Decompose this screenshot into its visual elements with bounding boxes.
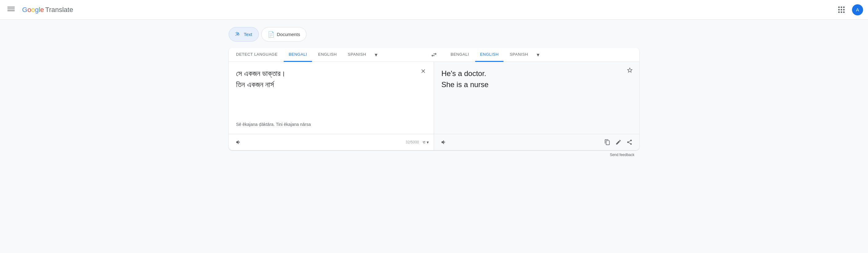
send-feedback[interactable]: Send feedback (229, 150, 639, 160)
target-lang-english[interactable]: ENGLISH (475, 48, 504, 62)
source-panel: সে একজন ডাক্তার। তিন একজন নার্স Sē ēkaja… (229, 62, 434, 134)
apps-grid-icon[interactable] (836, 4, 847, 16)
bottom-bars: 32/5000 বা ▾ (229, 134, 639, 150)
target-speaker-button[interactable] (439, 137, 449, 147)
target-text: He's a doctor.She is a nurse (441, 68, 632, 90)
translate-wordmark: Translate (45, 6, 73, 14)
target-lang-bar: BENGALI ENGLISH SPANISH ▾ (443, 48, 639, 62)
logo: Google Translate (22, 6, 73, 14)
main-content: 文 A Text 📄 Documents DETECT LANGUAGE BEN… (219, 20, 649, 167)
svg-rect-2 (7, 10, 15, 11)
source-romanized: Sē ēkajana ḍāktāra. Tini ēkajana nārsa (236, 121, 426, 128)
source-speaker-button[interactable] (234, 137, 243, 147)
source-lang-selector-label: বা (423, 140, 425, 145)
source-lang-detect[interactable]: DETECT LANGUAGE (231, 48, 282, 62)
text-translate-icon: 文 A (235, 30, 241, 38)
header-left: Google Translate (5, 3, 73, 17)
source-lang-selector[interactable]: বা ▾ (423, 140, 429, 145)
target-panel: He's a doctor.She is a nurse (434, 62, 639, 134)
text-panels: সে একজন ডাক্তার। তিন একজন নার্স Sē ēkaja… (229, 62, 639, 134)
tab-text-label: Text (244, 32, 252, 37)
target-lang-more-icon[interactable]: ▾ (534, 49, 542, 61)
header-right: A (836, 4, 863, 16)
swap-languages-button[interactable] (425, 48, 443, 62)
tab-text[interactable]: 文 A Text (229, 27, 259, 41)
svg-text:A: A (238, 32, 240, 36)
source-lang-spanish[interactable]: SPANISH (343, 48, 371, 62)
char-count: 32/5000 (406, 140, 419, 144)
source-lang-selector-chevron: ▾ (427, 140, 429, 145)
translator-box: DETECT LANGUAGE BENGALI ENGLISH SPANISH … (229, 48, 639, 150)
tab-documents-label: Documents (277, 32, 300, 37)
source-lang-bar: DETECT LANGUAGE BENGALI ENGLISH SPANISH … (229, 48, 425, 62)
menu-icon[interactable] (5, 3, 17, 17)
mode-tabs: 文 A Text 📄 Documents (229, 27, 639, 41)
source-text-input[interactable]: সে একজন ডাক্তার। তিন একজন নার্স (236, 68, 426, 112)
target-lang-bengali[interactable]: BENGALI (446, 48, 474, 62)
avatar[interactable]: A (852, 4, 863, 16)
svg-rect-1 (7, 9, 15, 9)
svg-rect-0 (7, 7, 15, 7)
google-wordmark: Google (22, 6, 44, 14)
source-lang-english[interactable]: ENGLISH (313, 48, 342, 62)
document-icon: 📄 (268, 31, 275, 38)
language-bars: DETECT LANGUAGE BENGALI ENGLISH SPANISH … (229, 48, 639, 62)
target-bottom-bar (434, 134, 639, 150)
source-lang-bengali[interactable]: BENGALI (284, 48, 312, 62)
share-button[interactable] (625, 137, 634, 147)
clear-source-button[interactable] (419, 67, 428, 77)
target-lang-spanish[interactable]: SPANISH (505, 48, 533, 62)
copy-button[interactable] (602, 137, 612, 147)
tab-documents[interactable]: 📄 Documents (261, 27, 307, 41)
header: Google Translate A (0, 0, 868, 20)
favorite-button[interactable] (626, 67, 633, 75)
source-lang-more-icon[interactable]: ▾ (372, 49, 380, 61)
edit-button[interactable] (614, 137, 623, 147)
target-action-buttons (602, 137, 634, 147)
source-bottom-bar: 32/5000 বা ▾ (229, 134, 434, 150)
